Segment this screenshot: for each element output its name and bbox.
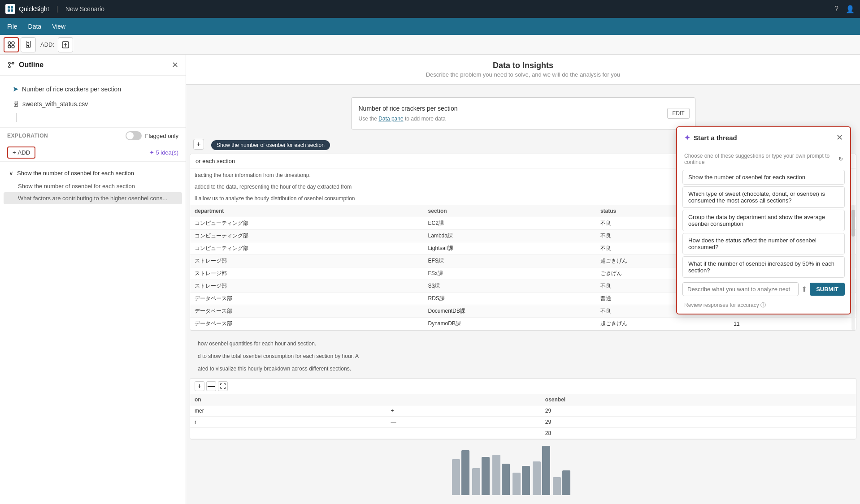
thread-icon: ✦ bbox=[684, 134, 690, 142]
menu-view[interactable]: View bbox=[52, 23, 65, 30]
outline-icon-btn[interactable] bbox=[4, 37, 19, 52]
table-cell: RDS課 bbox=[424, 293, 596, 305]
add-btn[interactable]: + ADD bbox=[7, 146, 35, 159]
suggestion-item-5[interactable]: What if the number of osenbei increased … bbox=[682, 256, 845, 278]
table-cell: Lambda課 bbox=[424, 230, 596, 242]
svg-point-14 bbox=[9, 62, 10, 64]
desc5: d to show the total osenbei consumption … bbox=[193, 349, 853, 363]
panel-subtitle: Choose one of these suggestions or type … bbox=[677, 148, 850, 168]
sidebar-title: Outline bbox=[7, 61, 43, 69]
scenario-title: New Scenario bbox=[65, 5, 104, 13]
bar-9 bbox=[533, 461, 541, 495]
flagged-label: Flagged only bbox=[145, 133, 178, 139]
data-area-title: or each section bbox=[195, 158, 235, 164]
sidebar-add-row: + ADD ✦ 5 idea(s) bbox=[0, 144, 186, 162]
sidebar-close-btn[interactable]: ✕ bbox=[172, 60, 178, 70]
table-cell: EC2課 bbox=[424, 217, 596, 230]
right-panel: ✦ Start a thread ✕ Choose one of these s… bbox=[676, 126, 851, 314]
bar-11 bbox=[553, 477, 561, 495]
chevron-down-icon: ∨ bbox=[9, 170, 13, 177]
fullscreen-icon[interactable]: ⛶ bbox=[218, 381, 228, 391]
add-plus-icon: + bbox=[13, 149, 16, 156]
ideas-label: ✦ 5 idea(s) bbox=[149, 149, 178, 156]
table-cell: コンピューティング部 bbox=[190, 230, 424, 242]
insights-subtitle: Describe the problem you need to solve, … bbox=[192, 71, 854, 78]
suggestion-item-1[interactable]: Show the number of osenbei for each sect… bbox=[682, 170, 845, 185]
suggestion-item-4[interactable]: How does the status affect the number of… bbox=[682, 233, 845, 254]
outline-icon bbox=[7, 61, 15, 69]
bar-6 bbox=[502, 464, 510, 495]
toggle-switch[interactable] bbox=[126, 131, 142, 140]
add-calculation-btn[interactable] bbox=[58, 37, 73, 52]
table-cell: Lightsail課 bbox=[424, 242, 596, 255]
suggestion-item-2[interactable]: Which type of sweet (chocolate, donut, o… bbox=[682, 186, 845, 208]
exploration-label: EXPLORATION bbox=[7, 133, 48, 139]
bcol-empty bbox=[387, 394, 541, 405]
flagged-toggle[interactable]: Flagged only bbox=[126, 131, 178, 140]
upload-icon[interactable]: ⬆ bbox=[801, 285, 807, 293]
exp-sub-item-2[interactable]: What factors are contributing to the hig… bbox=[4, 192, 182, 204]
user-icon[interactable]: 👤 bbox=[846, 5, 855, 13]
refresh-icon[interactable]: ↻ bbox=[838, 156, 843, 162]
pill-label: Show the number of osenbei for each sect… bbox=[217, 142, 325, 148]
menu-file[interactable]: File bbox=[7, 23, 17, 30]
exp-item-header-1[interactable]: ∨ Show the number of osenbei for each se… bbox=[4, 166, 182, 180]
table-cell: + bbox=[387, 405, 541, 417]
svg-rect-1 bbox=[11, 6, 13, 9]
panel-close-btn[interactable]: ✕ bbox=[836, 133, 843, 142]
pill-tag: Show the number of osenbei for each sect… bbox=[211, 140, 330, 150]
bar-5 bbox=[492, 455, 500, 495]
data-pane-link[interactable]: Data pane bbox=[378, 116, 403, 122]
panel-footer: Review responses for accuracy ⓘ bbox=[677, 299, 850, 314]
table-cell: 11 bbox=[729, 318, 856, 330]
add-btn-label: ADD bbox=[18, 149, 30, 156]
logo-icon bbox=[5, 4, 15, 14]
panel-header: ✦ Start a thread ✕ bbox=[677, 127, 850, 148]
exp-sub-item-1[interactable]: Show the number of osenbei for each sect… bbox=[4, 180, 182, 192]
chart-area bbox=[447, 423, 672, 495]
help-icon[interactable]: ? bbox=[834, 5, 838, 13]
sidebar-exploration-header: EXPLORATION Flagged only bbox=[0, 128, 186, 144]
sidebar-title-text: Outline bbox=[19, 61, 43, 69]
desc6: ated to visualize this hourly breakdown … bbox=[193, 362, 853, 375]
svg-rect-2 bbox=[8, 9, 10, 12]
svg-rect-0 bbox=[8, 6, 10, 9]
table-cell: ストレージ部 bbox=[190, 267, 424, 280]
database-small-icon: 🗄 bbox=[13, 100, 19, 108]
collapse-minus-icon[interactable]: — bbox=[206, 381, 216, 391]
submit-btn[interactable]: SUBMIT bbox=[810, 283, 845, 296]
query-title: Number of rice crackers per section bbox=[359, 105, 688, 112]
panel-input[interactable] bbox=[682, 282, 799, 296]
sidebar-item-sweets: 🗄 sweets_with_status.csv bbox=[7, 97, 178, 111]
exp-item-group-1: ∨ Show the number of osenbei for each se… bbox=[4, 166, 182, 204]
app-logo: QuickSight bbox=[5, 4, 49, 14]
bar-10 bbox=[542, 446, 550, 495]
data-icon-btn[interactable]: 🗄 bbox=[21, 37, 36, 52]
suggestion-item-3[interactable]: Group the data by department and show th… bbox=[682, 210, 845, 231]
bar-7 bbox=[513, 473, 521, 495]
main-content: Data to Insights Describe the problem yo… bbox=[186, 55, 860, 504]
add-circle-btn[interactable]: + bbox=[193, 139, 204, 150]
bar-1 bbox=[452, 459, 460, 495]
menu-data[interactable]: Data bbox=[28, 23, 42, 30]
top-bar: QuickSight | New Scenario ? 👤 bbox=[0, 0, 860, 18]
main-layout: Outline ✕ ➤ Number of rice crackers per … bbox=[0, 55, 860, 504]
suggestions-container: Show the number of osenbei for each sect… bbox=[677, 170, 850, 278]
sidebar-item-crackers[interactable]: ➤ Number of rice crackers per section bbox=[7, 81, 178, 97]
navigate-icon: ➤ bbox=[13, 85, 18, 93]
edit-btn[interactable]: EDIT bbox=[667, 108, 689, 119]
toolbar: 🗄 ADD: bbox=[0, 35, 860, 55]
bcol-osenbei: osenbei bbox=[541, 394, 856, 405]
app-name: QuickSight bbox=[19, 5, 49, 13]
table-cell: EFS課 bbox=[424, 255, 596, 267]
table-cell: DocumentDB課 bbox=[424, 305, 596, 318]
table-cell: S3課 bbox=[424, 280, 596, 293]
query-box-container: Number of rice crackers per section Use … bbox=[344, 85, 703, 129]
bar-3 bbox=[472, 468, 480, 495]
table-cell: FSx課 bbox=[424, 267, 596, 280]
table-cell: データベース部 bbox=[190, 293, 424, 305]
table-cell: 29 bbox=[541, 405, 856, 417]
expand-plus-icon[interactable]: + bbox=[195, 381, 204, 391]
top-bar-actions: ? 👤 bbox=[834, 5, 855, 13]
bar-12 bbox=[562, 470, 570, 495]
